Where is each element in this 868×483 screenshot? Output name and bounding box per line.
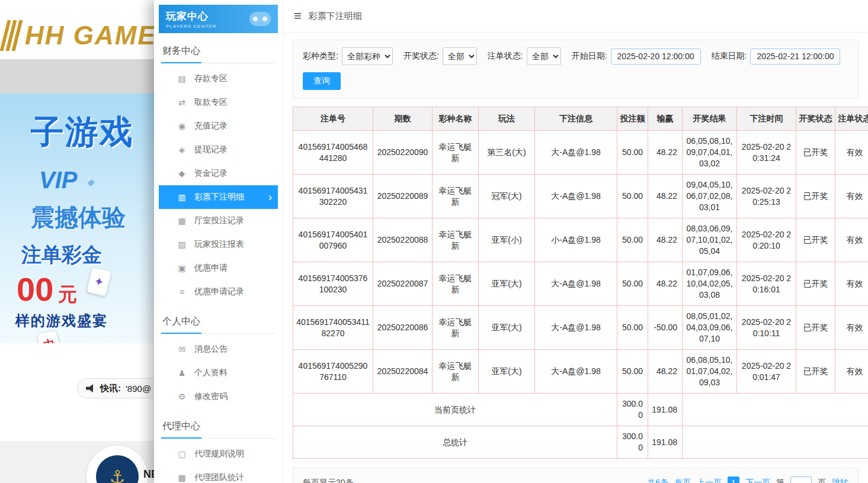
table-cell: 401569174005376100230	[293, 262, 373, 306]
start-date-label: 开始日期:	[572, 51, 607, 62]
sidebar-subtitle: PLAYERS CENTER	[166, 24, 216, 29]
sidebar-item-change-password[interactable]: ⚙修改密码	[159, 385, 278, 408]
table-row: 40156917400529076711020250220084幸运飞艇新亚军(…	[293, 350, 868, 394]
sidebar-header: 玩家中心 PLAYERS CENTER	[159, 5, 278, 33]
current-page-button[interactable]: 1	[728, 476, 739, 483]
table-cell: 大-A盘@1.98	[535, 306, 617, 350]
table-cell: -50.00	[648, 306, 683, 350]
table-cell: 已开奖	[796, 175, 835, 218]
sidebar-nav: 财务中心▤存款专区⇄取款专区◉充值记录◈提现记录◆资金记录▥彩票下注明细›▦厅室…	[159, 41, 278, 483]
summary-row-current-page: 当前页统计 300.00 191.08	[293, 394, 868, 426]
agent-rules-icon: ▢	[177, 449, 187, 459]
table-cell: 亚军(小)	[479, 218, 535, 262]
sidebar-item-recharge-records[interactable]: ◉充值记录	[159, 114, 278, 138]
sidebar-item-agent-team-stats[interactable]: ▩代理团队统计	[159, 466, 278, 483]
main-area: ≡ 彩票下注明细 彩种类型: 全部彩种 开奖状态: 全部 注单状态: 全部 开始…	[283, 0, 868, 483]
deposit-zone-icon: ▤	[177, 74, 187, 83]
sidebar-item-hall-bet-records[interactable]: ▦厅室投注记录	[159, 209, 278, 233]
table-header-row: 注单号期数彩种名称玩法下注信息投注额输赢开奖结果下注时间开奖状态注单状态	[293, 107, 868, 131]
column-header: 开奖结果	[683, 107, 737, 131]
sidebar-section-title: 财务中心	[161, 41, 276, 63]
chevron-right-icon: ›	[268, 192, 272, 202]
sidebar-item-funds-records[interactable]: ◆资金记录	[159, 162, 278, 185]
sidebar-item-player-bet-report[interactable]: ▨玩家投注报表	[159, 233, 278, 256]
table-cell: 06,05,08,10,09,07,04,01,03,02	[683, 131, 737, 175]
sidebar-item-label: 代理规则说明	[194, 449, 244, 459]
column-header: 输赢	[648, 107, 683, 131]
table-cell: 401569174005290767110	[293, 350, 373, 394]
table-cell: 2025-02-20 20:10:11	[737, 306, 796, 350]
sidebar-item-withdrawal-records[interactable]: ◈提现记录	[159, 138, 278, 162]
table-cell: 2025-02-20 20:01:47	[737, 350, 796, 394]
prev-page-link[interactable]: 上一页	[697, 478, 722, 483]
table-cell: 幸运飞艇新	[433, 175, 479, 218]
table-cell: 48.22	[648, 262, 683, 306]
table-cell: 401569174005468441280	[293, 131, 373, 175]
table-cell: 亚军(大)	[479, 262, 535, 306]
jump-button[interactable]: 跳转	[832, 478, 848, 483]
sidebar-item-label: 充值记录	[194, 121, 228, 131]
table-cell: 小-A盘@1.98	[535, 218, 617, 262]
table-cell: 48.22	[648, 131, 683, 175]
sidebar-item-agent-rules[interactable]: ▢代理规则说明	[159, 442, 278, 466]
bet-records-table: 注单号期数彩种名称玩法下注信息投注额输赢开奖结果下注时间开奖状态注单状态 401…	[293, 107, 868, 459]
sidebar-item-label: 消息公告	[194, 344, 228, 355]
table-cell: 08,03,06,09,07,10,01,02,05,04	[683, 218, 737, 262]
total-count-text: 共6条	[647, 478, 668, 483]
table-cell: 大-A盘@1.98	[535, 350, 617, 394]
table-cell: 2025-02-20 20:31:24	[737, 131, 796, 175]
summary-label: 总统计	[293, 426, 617, 459]
draw-status-select[interactable]: 全部	[443, 47, 477, 65]
sidebar-item-promo-apply-records[interactable]: ≡优惠申请记录	[159, 280, 278, 304]
sidebar-item-message-board[interactable]: ✉消息公告	[159, 337, 278, 361]
table-cell: 有效	[835, 218, 868, 262]
lottery-type-label: 彩种类型:	[303, 51, 338, 62]
menu-toggle-icon[interactable]: ≡	[294, 8, 302, 24]
sidebar-item-label: 个人资料	[194, 368, 228, 378]
sidebar-item-label: 玩家投注报表	[194, 239, 244, 250]
mahjong-tile-icon: ✦	[86, 267, 112, 297]
table-cell: 幸运飞艇新	[433, 350, 479, 394]
table-cell: 401569174005431302220	[293, 175, 373, 218]
first-page-link[interactable]: 首页	[674, 478, 691, 483]
page-title: 彩票下注明细	[309, 11, 362, 22]
topbar: ≡ 彩票下注明细	[283, 0, 868, 33]
table-cell: 20250220084	[373, 350, 433, 394]
table-cell: 冠军(大)	[479, 175, 535, 218]
site-logo-text: HH GAME	[25, 21, 156, 50]
draw-status-label: 开奖状态:	[403, 51, 439, 62]
lottery-type-select[interactable]: 全部彩种	[342, 47, 393, 65]
table-cell: 已开奖	[796, 350, 835, 394]
table-cell: 大-A盘@1.98	[535, 262, 617, 306]
next-page-link[interactable]: 下一页	[745, 478, 770, 483]
table-cell: 48.22	[648, 218, 683, 262]
agent-team-stats-icon: ▩	[177, 473, 187, 482]
sidebar-item-label: 存款专区	[194, 73, 228, 84]
page-jump-input[interactable]	[790, 476, 812, 483]
table-cell: 有效	[835, 306, 868, 350]
table-row: 40156917400534118227020250220086幸运飞艇新亚军(…	[293, 306, 868, 350]
sidebar-item-personal-profile[interactable]: ♟个人资料	[159, 361, 278, 385]
filter-panel: 彩种类型: 全部彩种 开奖状态: 全部 注单状态: 全部 开始日期: 结束日期:…	[293, 40, 859, 99]
change-password-icon: ⚙	[177, 392, 187, 401]
promo-apply-icon: ▣	[177, 263, 187, 273]
message-board-icon: ✉	[177, 344, 187, 354]
personal-profile-icon: ♟	[177, 368, 187, 378]
table-cell: 20250220086	[373, 306, 433, 350]
sidebar-item-deposit-zone[interactable]: ▤存款专区	[159, 67, 278, 91]
start-date-input[interactable]	[611, 49, 701, 65]
table-cell: 2025-02-20 20:20:10	[737, 218, 796, 262]
promo-footline: 样的游戏盛宴	[15, 311, 108, 330]
table-cell: 第三名(大)	[479, 131, 535, 175]
sidebar-item-label: 资金记录	[194, 168, 228, 179]
sidebar-item-promo-apply[interactable]: ▣优惠申请	[159, 256, 278, 280]
sidebar-item-withdraw-zone[interactable]: ⇄取款专区	[159, 91, 278, 114]
table-cell: 50.00	[617, 175, 648, 218]
site-logo: HH GAME	[4, 20, 156, 51]
end-date-input[interactable]	[750, 49, 840, 65]
table-cell: 01,07,09,06,10,04,02,05,03,08	[683, 262, 737, 306]
bet-status-select[interactable]: 全部	[527, 47, 561, 65]
recharge-records-icon: ◉	[177, 121, 187, 131]
query-button[interactable]: 查询	[303, 72, 341, 90]
sidebar-item-lottery-bet-details[interactable]: ▥彩票下注明细›	[159, 185, 278, 209]
